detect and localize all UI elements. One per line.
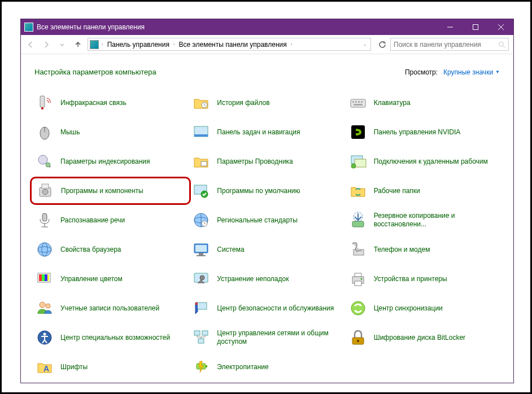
- svg-rect-32: [42, 213, 47, 221]
- chevron-down-icon[interactable]: ⌄: [361, 42, 369, 47]
- view-mode-dropdown[interactable]: Крупные значки▼: [443, 68, 500, 76]
- svg-rect-19: [351, 125, 365, 139]
- svg-rect-66: [202, 331, 208, 335]
- region-icon: [192, 211, 210, 229]
- cp-item-programs[interactable]: Программы и компоненты: [30, 177, 191, 205]
- cp-item-folder-options[interactable]: Параметры Проводника: [191, 151, 343, 172]
- breadcrumb[interactable]: Все элементы панели управления: [178, 41, 288, 49]
- cp-item-mouse[interactable]: Мышь: [34, 121, 186, 143]
- cp-item-taskbar[interactable]: Панель задач и навигация: [191, 121, 343, 143]
- svg-point-4: [499, 42, 503, 46]
- cp-item-security[interactable]: Центр безопасности и обслуживания: [191, 297, 343, 319]
- cp-item-color[interactable]: Управление цветом: [34, 268, 186, 290]
- cp-item-label: Программы по умолчанию: [217, 187, 300, 195]
- cp-item-label: Центр безопасности и обслуживания: [217, 304, 334, 313]
- nvidia-icon: [349, 123, 367, 141]
- cp-item-bitlocker[interactable]: Шифрование диска BitLocker: [348, 327, 500, 348]
- cp-item-user-accounts[interactable]: Учетные записи пользователей: [34, 297, 186, 319]
- svg-text:A: A: [43, 364, 49, 373]
- chevron-right-icon: ›: [172, 42, 177, 47]
- refresh-button[interactable]: [376, 38, 389, 51]
- cp-item-label: Подключения к удаленным рабочим: [374, 157, 488, 166]
- cp-item-power[interactable]: Электропитание: [191, 356, 343, 378]
- security-icon: [192, 299, 210, 317]
- cp-item-label: Телефон и модем: [374, 246, 430, 254]
- cp-item-label: Резервное копирование и восстановлени...: [374, 212, 499, 229]
- work-folders-icon: [349, 182, 367, 200]
- svg-rect-47: [197, 255, 206, 256]
- search-box[interactable]: [390, 38, 509, 51]
- remote-desktop-icon: [349, 152, 367, 170]
- ease-access-icon: [36, 329, 54, 347]
- taskbar-icon: [192, 123, 210, 141]
- sync-icon: [349, 299, 367, 317]
- svg-point-7: [41, 107, 43, 110]
- svg-rect-29: [42, 184, 49, 189]
- cp-item-infrared[interactable]: Инфракрасная связь: [34, 92, 186, 113]
- forward-button[interactable]: [39, 37, 54, 52]
- bitlocker-icon: [349, 329, 367, 347]
- svg-rect-51: [42, 274, 45, 281]
- cp-item-remote-desktop[interactable]: Подключения к удаленным рабочим: [348, 151, 500, 172]
- cp-item-network[interactable]: Центр управления сетями и общим доступом: [191, 327, 343, 348]
- back-button[interactable]: [23, 37, 38, 52]
- cp-item-keyboard[interactable]: Клавиатура: [348, 92, 500, 113]
- cp-item-label: Центр специальных возможностей: [60, 334, 170, 342]
- maximize-button[interactable]: [463, 19, 488, 35]
- svg-rect-10: [352, 101, 354, 103]
- search-input[interactable]: [394, 41, 498, 49]
- cp-item-system[interactable]: Система: [191, 239, 343, 260]
- up-button[interactable]: [71, 37, 85, 52]
- phone-modem-icon: [349, 240, 367, 259]
- svg-rect-39: [352, 221, 364, 227]
- default-programs-icon: [192, 182, 210, 200]
- cp-item-fonts[interactable]: AШрифты: [34, 356, 186, 378]
- svg-point-28: [42, 189, 48, 195]
- svg-rect-18: [194, 134, 208, 137]
- address-bar[interactable]: › Панель управления › Все элементы панел…: [88, 38, 371, 51]
- cp-item-backup[interactable]: Резервное копирование и восстановлени...: [348, 209, 500, 231]
- svg-point-58: [360, 278, 362, 280]
- svg-rect-1: [473, 25, 478, 30]
- speech-icon: [36, 211, 54, 229]
- minimize-button[interactable]: [437, 19, 463, 35]
- svg-rect-14: [354, 104, 363, 106]
- close-button[interactable]: [488, 19, 513, 35]
- svg-rect-45: [195, 245, 207, 252]
- address-icon: [90, 40, 99, 49]
- cp-item-label: Клавиатура: [374, 99, 411, 107]
- window-title: Все элементы панели управления: [37, 23, 437, 31]
- cp-item-speech[interactable]: Распознавание речи: [34, 209, 186, 231]
- svg-rect-11: [355, 101, 357, 103]
- svg-point-41: [38, 243, 51, 256]
- cp-item-work-folders[interactable]: Рабочие папки: [348, 180, 500, 202]
- cp-item-label: Рабочие папки: [374, 187, 420, 195]
- folder-history-icon: [192, 94, 210, 112]
- cp-item-sync[interactable]: Центр синхронизации: [348, 297, 500, 319]
- cp-item-internet-options[interactable]: Свойства браузера: [34, 239, 186, 260]
- folder-options-icon: [192, 152, 210, 170]
- svg-rect-53: [47, 274, 49, 281]
- svg-rect-12: [358, 101, 360, 103]
- cp-item-default-programs[interactable]: Программы по умолчанию: [191, 180, 343, 202]
- cp-item-phone-modem[interactable]: Телефон и модем: [348, 239, 500, 260]
- cp-item-region[interactable]: Региональные стандарты: [191, 209, 343, 231]
- page-title: Настройка параметров компьютера: [34, 68, 156, 76]
- recent-dropdown[interactable]: [55, 37, 69, 52]
- cp-item-label: История файлов: [217, 99, 269, 107]
- titlebar: Все элементы панели управления: [21, 19, 513, 35]
- cp-item-troubleshoot[interactable]: Устранение неполадок: [191, 268, 343, 290]
- svg-rect-72: [206, 365, 207, 367]
- svg-rect-56: [355, 273, 361, 277]
- color-icon: [36, 270, 54, 288]
- cp-item-indexing[interactable]: Параметры индексирования: [34, 151, 186, 172]
- cp-item-nvidia[interactable]: Панель управления NVIDIA: [348, 121, 500, 143]
- cp-item-label: Устройства и принтеры: [374, 275, 447, 283]
- cp-item-label: Управление цветом: [60, 275, 123, 283]
- breadcrumb[interactable]: Панель управления: [106, 41, 171, 49]
- cp-item-folder-history[interactable]: История файлов: [191, 92, 343, 113]
- cp-item-ease-access[interactable]: Центр специальных возможностей: [34, 327, 186, 348]
- cp-item-devices-printers[interactable]: Устройства и принтеры: [348, 268, 500, 290]
- cp-item-label: Параметры индексирования: [60, 157, 150, 166]
- app-icon: [24, 23, 33, 32]
